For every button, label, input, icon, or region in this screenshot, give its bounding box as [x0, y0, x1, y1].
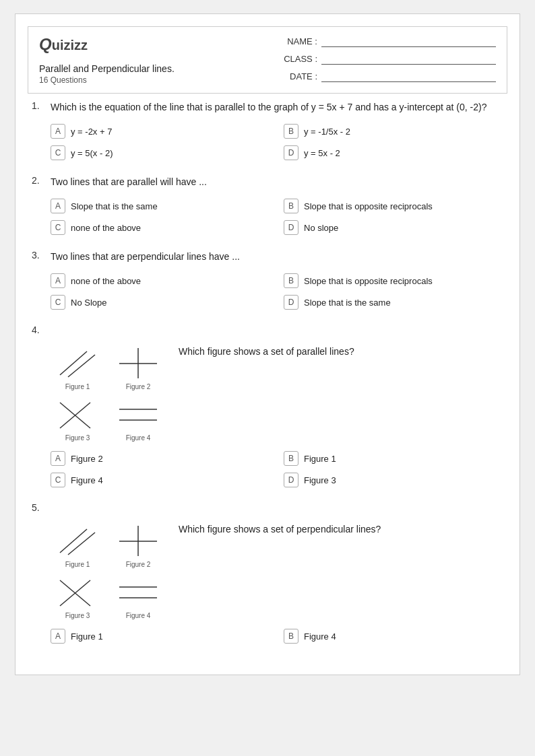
- q2-text: Two lines that are parallel will have ..…: [51, 175, 207, 189]
- q4-opt-d-letter: D: [284, 473, 298, 487]
- q3-opt-b-text: Slope that is opposite reciprocals: [304, 276, 433, 286]
- svg-line-1: [68, 355, 95, 377]
- q5-option-b: B Figure 4: [284, 629, 503, 644]
- q5-opt-a-text: Figure 1: [71, 631, 103, 642]
- name-field-row: NAME :: [280, 35, 496, 47]
- q4-option-c: C Figure 4: [51, 473, 270, 487]
- q4-option-a: A Figure 2: [51, 451, 270, 466]
- q1-number: 1.: [32, 100, 45, 111]
- question-4-header: 4.: [32, 324, 503, 335]
- questions-container: 1. Which is the equation of the line tha…: [15, 94, 520, 675]
- figure-1-svg: [53, 345, 102, 382]
- q5-options: A Figure 1 B Figure 4: [32, 629, 503, 644]
- figure-3-svg: [53, 396, 102, 433]
- worksheet-title: Parallel and Perpendicular lines.: [39, 63, 175, 74]
- question-4: 4. Figure 1: [32, 324, 503, 487]
- fig2-label: Figure 2: [126, 383, 151, 390]
- q5-figure-1-box: Figure 1: [51, 522, 104, 568]
- q1-opt-c-text: y = 5(x - 2): [71, 148, 113, 158]
- name-input-line: [321, 35, 496, 47]
- q5-figure-3-box: Figure 3: [51, 574, 104, 619]
- q2-opt-c-letter: C: [51, 220, 65, 235]
- question-1: 1. Which is the equation of the line tha…: [32, 100, 503, 160]
- q1-text: Which is the equation of the line that i…: [51, 100, 487, 114]
- q2-opt-a-text: Slope that is the same: [71, 201, 158, 211]
- q5-figures-container: Figure 1 Figure 2: [51, 522, 165, 619]
- q3-opt-d-text: Slope that is the same: [304, 298, 391, 308]
- q4-opt-b-text: Figure 1: [304, 454, 336, 464]
- q1-opt-c-letter: C: [51, 145, 65, 160]
- q2-option-c: C none of the above: [51, 220, 270, 235]
- q2-option-a: A Slope that is the same: [51, 199, 270, 213]
- date-label: DATE :: [280, 71, 317, 81]
- question-5: 5. Figure 1: [32, 502, 503, 644]
- q5-figure-2-box: Figure 2: [111, 522, 165, 568]
- q1-opt-d-text: y = 5x - 2: [304, 148, 340, 158]
- question-2-header: 2. Two lines that are parallel will have…: [32, 175, 503, 189]
- q4-opt-a-text: Figure 2: [71, 454, 103, 464]
- q5-opt-b-letter: B: [284, 629, 298, 644]
- q5-opt-b-text: Figure 4: [304, 631, 336, 642]
- q5-figure-1-svg: [53, 522, 102, 559]
- q2-opt-b-letter: B: [284, 199, 298, 213]
- page: Quizizz Parallel and Perpendicular lines…: [15, 13, 520, 675]
- q1-opt-d-letter: D: [284, 145, 298, 160]
- q2-opt-b-text: Slope that is opposite reciprocals: [304, 201, 433, 211]
- q1-opt-b-text: y = -1/5x - 2: [304, 127, 350, 137]
- question-1-header: 1. Which is the equation of the line tha…: [32, 100, 503, 114]
- q3-opt-d-letter: D: [284, 295, 298, 310]
- figure-1-box: Figure 1: [51, 345, 104, 390]
- q3-opt-a-text: none of the above: [71, 276, 141, 286]
- q3-opt-c-text: No Slope: [71, 298, 106, 308]
- date-field-row: DATE :: [280, 70, 496, 82]
- q5-fig4-label: Figure 4: [126, 612, 151, 619]
- q2-options: A Slope that is the same B Slope that is…: [32, 199, 503, 235]
- q3-opt-a-letter: A: [51, 273, 65, 288]
- q4-opt-c-text: Figure 4: [71, 475, 103, 485]
- q3-option-a: A none of the above: [51, 273, 270, 288]
- q5-text: Which figure shows a set of perpendicula…: [179, 524, 381, 535]
- q4-number: 4.: [32, 324, 45, 335]
- logo: Quizizz: [39, 35, 175, 54]
- class-input-line: [321, 53, 496, 65]
- q1-option-c: C y = 5(x - 2): [51, 145, 270, 160]
- q5-figure-4-box: Figure 4: [111, 574, 165, 619]
- q4-opt-d-text: Figure 3: [304, 475, 336, 485]
- question-3: 3. Two lines that are perpendicular line…: [32, 250, 503, 310]
- q4-option-b: B Figure 1: [284, 451, 503, 466]
- header-right: NAME : CLASS : DATE :: [280, 35, 496, 82]
- q2-option-d: D No slope: [284, 220, 503, 235]
- q4-opt-a-letter: A: [51, 451, 65, 466]
- figure-4-box: Figure 4: [111, 396, 165, 442]
- class-field-row: CLASS :: [280, 53, 496, 65]
- class-label: CLASS :: [280, 54, 317, 64]
- header: Quizizz Parallel and Perpendicular lines…: [28, 26, 507, 94]
- q3-option-c: C No Slope: [51, 295, 270, 310]
- svg-line-9: [68, 532, 95, 555]
- svg-line-0: [60, 351, 87, 375]
- q4-text-container: Which figure shows a set of parallel lin…: [179, 345, 503, 359]
- q1-option-d: D y = 5x - 2: [284, 145, 503, 160]
- figure-3-box: Figure 3: [51, 396, 104, 442]
- q4-opt-b-letter: B: [284, 451, 298, 466]
- q4-figures-container: Figure 1 Figure 2: [51, 345, 165, 442]
- q4-opt-c-letter: C: [51, 473, 65, 487]
- date-input-line: [321, 70, 496, 82]
- fig1-label: Figure 1: [65, 383, 90, 390]
- q3-option-b: B Slope that is opposite reciprocals: [284, 273, 503, 288]
- q5-fig3-label: Figure 3: [65, 612, 90, 619]
- q3-number: 3.: [32, 250, 45, 261]
- q5-number: 5.: [32, 502, 45, 513]
- figure-2-svg: [114, 345, 162, 382]
- name-label: NAME :: [280, 36, 317, 46]
- q5-figure-3-svg: [53, 574, 102, 611]
- q2-opt-d-letter: D: [284, 220, 298, 235]
- q5-fig2-label: Figure 2: [126, 561, 151, 568]
- fig4-label: Figure 4: [126, 434, 151, 442]
- q1-options: A y = -2x + 7 B y = -1/5x - 2 C y = 5(x …: [32, 124, 503, 160]
- q1-opt-a-text: y = -2x + 7: [71, 127, 112, 137]
- q5-opt-a-letter: A: [51, 629, 65, 644]
- figure-2-box: Figure 2: [111, 345, 165, 390]
- q3-option-d: D Slope that is the same: [284, 295, 503, 310]
- q2-opt-c-text: none of the above: [71, 223, 141, 233]
